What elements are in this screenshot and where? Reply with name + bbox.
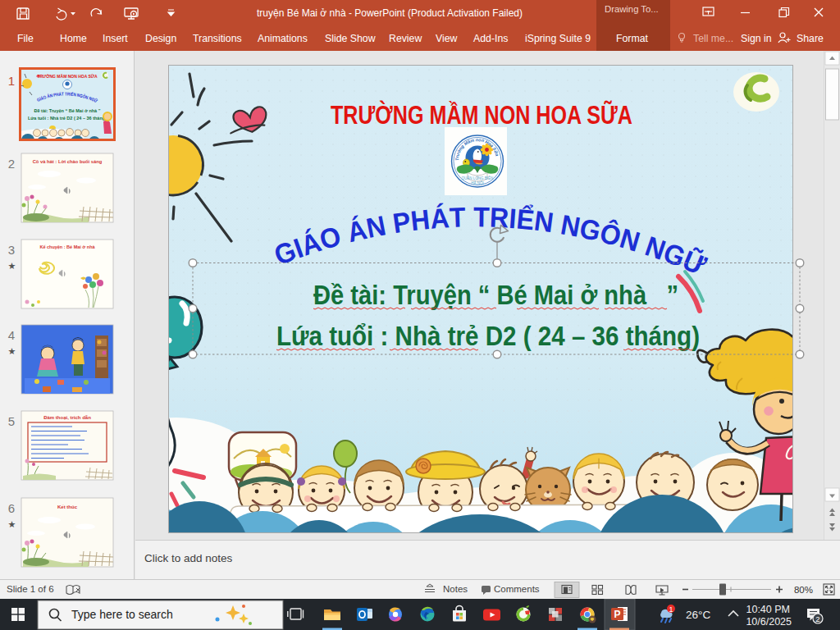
svg-text:★: ★ [8, 261, 16, 271]
svg-text:HÀ NỘI: HÀ NỘI [471, 180, 484, 185]
svg-text:Kể chuyện : Bé Mai ở nhà: Kể chuyện : Bé Mai ở nhà [39, 244, 95, 249]
svg-text:4: 4 [8, 328, 15, 342]
svg-text:Đàm thoại, trích dẫn: Đàm thoại, trích dẫn [43, 415, 91, 420]
svg-text:TRƯỜNG MẦM NON HOA SỮA: TRƯỜNG MẦM NON HOA SỮA [331, 100, 632, 130]
svg-text:★: ★ [8, 346, 16, 356]
svg-text:★: ★ [8, 519, 16, 529]
svg-text:10/6/2025: 10/6/2025 [746, 616, 792, 628]
svg-text:Đề tài: Truyện “ Bé Mai ở nhà: Đề tài: Truyện “ Bé Mai ở nhà ” [34, 108, 101, 113]
svg-text:TRƯỜNG MẦM NON HOA SỮA: TRƯỜNG MẦM NON HOA SỮA [37, 73, 98, 79]
svg-text:Lứa tuổi : Nhà trẻ D2 ( 24 – 3: Lứa tuổi : Nhà trẻ D2 ( 24 – 36 tháng) [28, 116, 107, 121]
svg-text:10:40 PM: 10:40 PM [746, 604, 790, 615]
svg-text:3: 3 [8, 243, 15, 257]
svg-text:2: 2 [815, 614, 819, 623]
svg-text:80%: 80% [794, 585, 813, 595]
svg-text:P: P [614, 609, 621, 620]
svg-text:Type here to search: Type here to search [71, 608, 173, 621]
svg-text:1: 1 [669, 605, 673, 614]
svg-text:6: 6 [8, 501, 15, 515]
svg-text:Kết thúc: Kết thúc [57, 504, 78, 509]
svg-text:Lứa tuổi : Nhà trẻ D2 ( 24 – 3: Lứa tuổi : Nhà trẻ D2 ( 24 – 36 tháng) [276, 321, 700, 351]
svg-text:26°C: 26°C [686, 609, 710, 621]
svg-text:Cô và hát : Lời chào buổi sáng: Cô và hát : Lời chào buổi sáng [33, 159, 103, 164]
svg-text:2: 2 [8, 157, 15, 171]
svg-text:Đề tài: Truyện “ Bé Mai ở nhà: Đề tài: Truyện “ Bé Mai ở nhà ” [313, 280, 678, 310]
svg-text:5: 5 [8, 414, 15, 428]
svg-text:1: 1 [8, 74, 15, 88]
svg-text:QUẬN LONG BIÊN: QUẬN LONG BIÊN [462, 175, 494, 180]
